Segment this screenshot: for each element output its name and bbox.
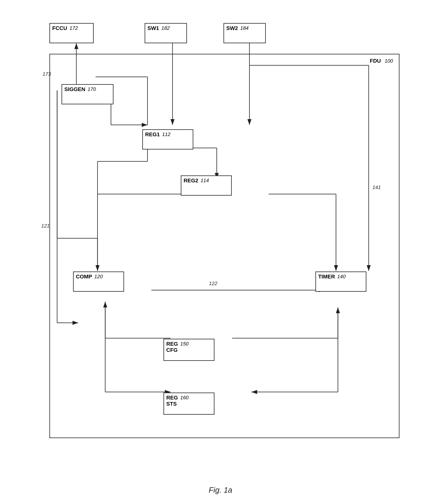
fccu-box: FCCU 172	[49, 23, 94, 43]
siggen-box: SIGGEN 170	[62, 84, 113, 104]
fdu-ref: 100	[385, 58, 393, 64]
diagram-container: FCCU 172 SW1 182 SW2 184 FDU 100 SIGGEN …	[38, 12, 403, 473]
sw2-box: SW2 184	[223, 23, 266, 43]
ref-141: 141	[373, 184, 381, 191]
fdu-text: FDU	[370, 58, 381, 64]
ref-122: 122	[209, 281, 217, 286]
regsts-ref: 160	[180, 395, 189, 401]
fccu-label: FCCU	[52, 25, 67, 31]
siggen-ref: 170	[88, 86, 96, 92]
fdu-box: FDU 100 SIGGEN 170 REG1 112 REG2 114 COM…	[49, 54, 399, 438]
regsts-label: REG	[166, 395, 178, 401]
reg2-box: REG2 114	[181, 176, 232, 196]
timer-ref: 140	[337, 274, 346, 280]
sw1-box: SW1 182	[145, 23, 187, 43]
regcfg-label2: CFG	[166, 347, 178, 353]
timer-box: TIMER 140	[315, 271, 366, 292]
sw1-ref: 182	[161, 25, 170, 31]
reg1-ref: 112	[162, 132, 170, 137]
comp-ref: 120	[94, 274, 103, 280]
reg2-ref: 114	[201, 178, 209, 183]
ref-173: 173	[43, 71, 51, 77]
sw1-label: SW1	[147, 25, 159, 31]
fig-caption: Fig. 1a	[209, 486, 232, 494]
reg1-label: REG1	[145, 132, 160, 138]
fdu-label: FDU 100	[370, 58, 393, 64]
sw2-label: SW2	[226, 25, 238, 31]
regsts-box: REG 160 STS	[163, 393, 214, 415]
siggen-label: SIGGEN	[64, 86, 85, 92]
fccu-ref: 172	[69, 25, 78, 31]
sw2-ref: 184	[240, 25, 249, 31]
reg1-box: REG1 112	[142, 129, 193, 149]
regsts-label2: STS	[166, 401, 177, 407]
ref-121: 121	[41, 223, 50, 229]
comp-label: COMP	[76, 274, 92, 280]
timer-label: TIMER	[318, 274, 335, 280]
reg2-label: REG2	[184, 178, 198, 184]
comp-box: COMP 120	[73, 271, 124, 292]
regcfg-label: REG	[166, 341, 178, 347]
regcfg-ref: 150	[180, 341, 189, 347]
regcfg-box: REG 150 CFG	[163, 339, 214, 361]
